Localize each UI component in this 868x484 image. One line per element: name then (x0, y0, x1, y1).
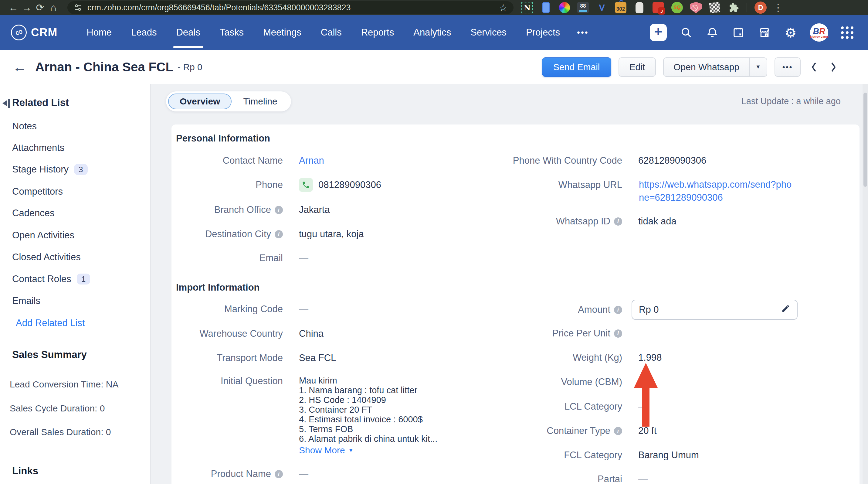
tab-timeline[interactable]: Timeline (231, 93, 289, 109)
search-icon[interactable] (680, 26, 693, 39)
next-record-chevron[interactable] (827, 59, 839, 75)
sidebar-item-competitors[interactable]: Competitors (12, 185, 145, 198)
phone-extension-icon[interactable] (540, 2, 552, 13)
sidebar-collapse-icon[interactable] (2, 99, 10, 108)
warehouse-country-value: China (299, 328, 323, 339)
amount-row: Amount (490, 302, 622, 318)
shield-blocker-extension-icon[interactable] (690, 2, 702, 13)
import-information-title: Import Information (176, 282, 260, 293)
initial-question-row: Initial Question (172, 373, 283, 389)
amount-input[interactable]: Rp 0 (631, 300, 798, 320)
info-icon[interactable] (275, 206, 283, 214)
counter-extension-icon[interactable]: 88 (577, 2, 589, 13)
url-text[interactable]: crm.zoho.com/crm/org856669456/tab/Potent… (87, 3, 499, 12)
sidebar-item-open-activities[interactable]: Open Activities (12, 229, 145, 242)
edit-pencil-icon[interactable] (781, 304, 790, 315)
nav-item-analytics[interactable]: Analytics (404, 15, 461, 50)
page-scrollbar-track[interactable] (863, 84, 868, 484)
info-icon[interactable] (614, 306, 622, 314)
sidebar-item-emails[interactable]: Emails (12, 294, 145, 308)
sidebar-item-stage-history[interactable]: Stage History3 (12, 163, 145, 176)
notion-extension-icon[interactable]: N (521, 2, 533, 13)
info-icon[interactable] (614, 329, 622, 338)
nav-item-meetings[interactable]: Meetings (253, 15, 311, 50)
nav-item-home[interactable]: Home (77, 15, 121, 50)
sidebar-item-attachments[interactable]: Attachments (12, 141, 145, 155)
price-per-unit-row: Price Per Unit — (490, 325, 648, 341)
sidebar-item-closed-activities[interactable]: Closed Activities (12, 250, 145, 264)
sq-extension-icon[interactable]: SQ (671, 2, 683, 13)
record-amount-subtitle: - Rp 0 (178, 62, 203, 72)
notifications-bell-icon[interactable] (706, 26, 719, 39)
whatsapp-dropdown-caret-icon[interactable] (750, 64, 767, 70)
marking-code-value: — (299, 304, 308, 314)
whatsapp-url-link[interactable]: https://web.whatsapp.com/send?phone=6281… (639, 178, 794, 204)
info-icon[interactable] (275, 230, 283, 238)
apps-grid-icon[interactable] (841, 26, 854, 39)
add-related-list-link[interactable]: Add Related List (16, 316, 145, 330)
info-icon[interactable] (614, 217, 622, 225)
crm-brand[interactable]: CRM (31, 26, 57, 39)
container-type-value: 20 ft (638, 425, 656, 436)
sidebar-item-contact-roles[interactable]: Contact Roles1 (12, 272, 145, 286)
record-detail-card: Personal Information Contact Name Arnan … (172, 124, 860, 484)
previous-record-chevron[interactable] (808, 59, 820, 75)
map-extension-icon[interactable] (709, 2, 720, 13)
address-bar[interactable]: crm.zoho.com/crm/org856669456/tab/Potent… (67, 1, 514, 14)
marketplace-store-icon[interactable] (758, 26, 771, 39)
contact-name-row: Contact Name Arnan (172, 152, 324, 169)
browser-back-icon[interactable] (7, 3, 20, 12)
settings-gear-icon[interactable] (784, 26, 797, 39)
quick-create-plus-button[interactable] (650, 24, 667, 41)
color-wheel-extension-icon[interactable] (559, 2, 570, 13)
browser-forward-icon[interactable] (20, 3, 33, 12)
nav-item-tasks[interactable]: Tasks (210, 15, 253, 50)
org-avatar[interactable]: BR Blueray Cargo (810, 23, 828, 41)
info-icon[interactable] (614, 427, 622, 435)
phone-icon[interactable] (299, 178, 313, 192)
show-more-link[interactable]: Show More (299, 445, 354, 455)
whatsapp-id-row: Whatsapp ID tidak ada (490, 213, 677, 230)
annotation-arrow-icon (634, 363, 658, 388)
browser-home-icon[interactable] (47, 2, 60, 13)
browser-profile-avatar[interactable]: D (754, 2, 767, 14)
calendar-icon[interactable] (732, 26, 745, 39)
nav-item-deals[interactable]: Deals (166, 15, 210, 50)
contact-name-link[interactable]: Arnan (299, 155, 324, 166)
sidebar-item-notes[interactable]: Notes (12, 120, 145, 133)
open-whatsapp-button[interactable]: Open Whatsapp (663, 57, 767, 77)
sidebar-item-cadences[interactable]: Cadences (12, 207, 145, 220)
info-icon[interactable] (275, 470, 283, 478)
annotation-arrow-shaft (642, 387, 649, 427)
edit-button[interactable]: Edit (619, 57, 656, 77)
nav-item-projects[interactable]: Projects (516, 15, 570, 50)
browser-menu-icon[interactable] (773, 2, 783, 13)
ghost-extension-icon[interactable] (634, 2, 645, 13)
nav-item-leads[interactable]: Leads (121, 15, 166, 50)
nav-item-reports[interactable]: Reports (351, 15, 404, 50)
phone-row: Phone 081289090306 (172, 177, 381, 193)
nav-more-icon[interactable]: ••• (570, 15, 596, 50)
volume-row: Volume (CBM) (490, 374, 638, 390)
v-extension-icon[interactable]: V (596, 2, 608, 13)
weight-value: 1.998 (638, 352, 662, 363)
redirect-extension-icon[interactable]: 302 (615, 2, 626, 13)
back-arrow-icon[interactable] (13, 60, 27, 74)
bookmark-star-icon[interactable] (499, 2, 507, 13)
zoho-logo-icon[interactable] (11, 25, 27, 40)
nav-item-services[interactable]: Services (461, 15, 516, 50)
links-title: Links (12, 464, 145, 478)
site-info-icon[interactable] (73, 3, 83, 12)
extensions-puzzle-icon[interactable] (728, 2, 739, 13)
fcl-category-value: Barang Umum (638, 450, 699, 461)
tab-overview[interactable]: Overview (168, 93, 231, 109)
more-actions-button[interactable]: ••• (775, 57, 801, 77)
browser-refresh-icon[interactable] (33, 3, 47, 12)
price-per-unit-value: — (638, 328, 648, 339)
page-scrollbar-thumb[interactable] (863, 93, 867, 187)
phone-with-country-code-value: 6281289090306 (638, 155, 706, 166)
branch-office-row: Branch Office Jakarta (172, 202, 330, 218)
nav-item-calls[interactable]: Calls (311, 15, 351, 50)
send-email-button[interactable]: Send Email (542, 57, 611, 77)
j-extension-icon[interactable]: J (653, 2, 664, 13)
